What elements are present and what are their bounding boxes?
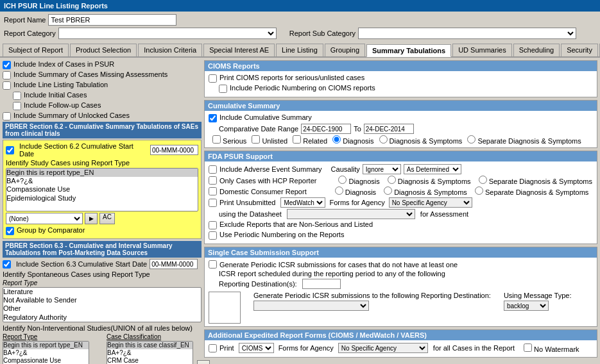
comparative-date-label: Comparative Date Range (219, 125, 298, 133)
tab-scheduling[interactable]: Scheduling (513, 44, 560, 56)
include-periodic-cioms-checkbox[interactable] (219, 85, 227, 93)
from-date-input[interactable] (301, 124, 351, 134)
diag-symp-radio-cumul: Diagnosis & Symptoms (379, 135, 463, 145)
tab-product[interactable]: Product Selection (70, 44, 137, 56)
additional-header: Additional Expedited Report Forms (CIOMS… (205, 330, 597, 340)
domestic-checkbox[interactable] (209, 187, 217, 195)
include-cumul-label: Include Cumulative Summary (219, 113, 312, 121)
print-unsubmitted-checkbox[interactable] (209, 199, 217, 207)
tab-summary[interactable]: Summary Tabulations (366, 44, 451, 57)
include-line-checkbox[interactable] (3, 81, 11, 90)
generate-following-row: Generate Periodic ICSR submissions to th… (209, 292, 593, 324)
diag-radio-hcp: Diagnosis (338, 176, 379, 185)
generate-icsr-checkbox[interactable] (209, 260, 217, 269)
section63-date-input[interactable] (150, 259, 198, 269)
section62-checkbox[interactable] (6, 146, 14, 154)
report-type-small-label: Report Type (3, 279, 201, 286)
tab-security[interactable]: Security (561, 44, 598, 56)
related-checkbox[interactable] (293, 135, 301, 144)
include-cumul-checkbox[interactable] (209, 114, 217, 122)
cumul-header: Cumulative Summary (205, 101, 597, 111)
tab-ud[interactable]: UD Summaries (452, 44, 512, 56)
report-category-select[interactable] (58, 28, 277, 39)
single-case-section: Single Case Submission Support Generate … (204, 247, 597, 327)
include-initial-label: Include Initial Cases (24, 91, 87, 99)
reporting-dest-input[interactable] (302, 279, 341, 289)
generate-icsr-row: Generate Periodic ICSR submissions for c… (209, 260, 593, 269)
include-summary-label: Include Summary of Cases Missing Assessm… (13, 70, 167, 78)
causality-label: Causality (331, 165, 360, 173)
causality-select[interactable]: Ignore (363, 164, 401, 174)
no-watermark-checkbox[interactable] (524, 343, 532, 352)
msg-type-select[interactable]: backlog (504, 301, 549, 311)
sepdiag-radio-dom: Separate Diagnosis & Symptoms (475, 186, 588, 196)
list-action-btn1[interactable]: ▶ (85, 213, 98, 224)
sepdiag-radio-hcp: Separate Diagnosis & Symptoms (479, 176, 592, 185)
using-datasheet-label: using the Datasheet (219, 210, 282, 218)
include-index-checkbox[interactable] (3, 61, 11, 69)
medwatch-select[interactable]: MedWatch (280, 197, 325, 208)
related-label: Related (293, 135, 327, 145)
include-unlocked-checkbox[interactable] (3, 112, 11, 120)
group-comparator-item: Group by Comparator (6, 226, 198, 235)
unlisted-checkbox[interactable] (252, 135, 260, 144)
tab-grouping[interactable]: Grouping (325, 44, 365, 56)
section63-label: Include Section 6.3 Cumulative Start Dat… (16, 260, 147, 268)
following-dest-select[interactable] (253, 301, 369, 311)
dest-list-box[interactable] (209, 292, 241, 324)
tab-subject[interactable]: Subject of Report (3, 44, 69, 56)
include-followup-checkbox[interactable] (13, 102, 21, 110)
to-date-input[interactable] (364, 124, 414, 134)
identify-spontaneous-label: Identify Spontaneous Cases using Report … (3, 270, 201, 278)
hcp-row: Only Cases with HCP Reporter Diagnosis D… (209, 176, 593, 185)
unlisted-label: Unlisted (252, 135, 287, 145)
serious-checkbox[interactable] (212, 135, 221, 144)
use-periodic-checkbox[interactable] (209, 231, 217, 240)
spontaneous-list[interactable]: Literature Not Available to Sender Other… (3, 287, 201, 322)
ae-summary-row: Include Adverse Event Summary Causality … (209, 164, 593, 174)
report-type-sub-list[interactable]: Begin this is report type_EN BA+?¿& Comp… (3, 341, 89, 364)
datasheet-select[interactable] (287, 209, 415, 219)
include-periodic-cioms-label: Include Periodic Numbering on CIOMS repo… (230, 84, 375, 92)
generate-following-label: Generate Periodic ICSR submissions to th… (253, 292, 491, 299)
report-name-label: Report Name (4, 16, 46, 24)
report-name-input[interactable] (48, 14, 176, 26)
include-summary-checkbox[interactable] (3, 71, 11, 79)
exclude-reports-label: Exclude Reports that are Non-Serious and… (219, 220, 373, 228)
print-unsubmitted-row: Print Unsubmitted MedWatch Forms for Age… (209, 197, 593, 208)
cioms-print-select[interactable]: CIOMS (239, 343, 274, 353)
section62-item: Include Section 6.2 Cumulative Start Dat… (6, 142, 198, 158)
tab-line[interactable]: Line Listing (276, 44, 323, 56)
ae-summary-label: Include Adverse Event Summary (219, 165, 322, 173)
as-determined-select[interactable]: As Determined (404, 164, 461, 174)
section63-item: Include Section 6.3 Cumulative Start Dat… (3, 259, 201, 269)
group-comparator-checkbox[interactable] (6, 227, 14, 235)
diagsymp-radio-hcp: Diagnosis & Symptoms (388, 176, 471, 185)
sep-diag-radio-cumul: Separate Diagnosis & Symptoms (467, 135, 581, 145)
print-cioms-checkbox[interactable] (209, 74, 217, 83)
additional-print-checkbox[interactable] (209, 344, 217, 352)
identify-non-interventional-label: Identify Non-Interventional Studies(UNIO… (3, 324, 201, 332)
hcp-checkbox[interactable] (209, 176, 217, 185)
agency-select2[interactable]: No Specific Agency (338, 343, 428, 353)
include-initial-checkbox[interactable] (13, 92, 21, 100)
report-sub-category-select[interactable] (358, 28, 576, 39)
include-summary-item: Include Summary of Cases Missing Assessm… (3, 70, 201, 79)
no-watermark-item: No Watermark (524, 343, 579, 353)
section62-date-input[interactable] (150, 145, 198, 155)
include-unlocked-item: Include Summary of Unlocked Cases (3, 112, 201, 120)
case-class-sub-list[interactable]: Begin this is case classif_EN BA+?¿& CRM… (107, 341, 193, 364)
serious-row: Serious Unlisted Related Diagnosis Diagn… (212, 135, 593, 145)
case-class-col-label: Case Classification (107, 333, 193, 340)
section63-checkbox[interactable] (3, 260, 11, 269)
exclude-reports-checkbox[interactable] (209, 221, 217, 229)
report-type-list[interactable]: Begin this is report type_EN BA+?¿& Comp… (6, 168, 198, 211)
ac-btn[interactable]: AC (99, 213, 115, 224)
diagnosis-radio-cumul: Diagnosis (332, 135, 373, 145)
none-dropdown[interactable]: (None) (6, 213, 83, 224)
tab-inclusion[interactable]: Inclusion Criteria (138, 44, 202, 56)
agency-select1[interactable]: No Specific Agency (389, 197, 472, 208)
include-cumul-item: Include Cumulative Summary (209, 113, 593, 122)
ae-summary-checkbox[interactable] (209, 165, 217, 174)
tab-special[interactable]: Special Interest AE (203, 44, 275, 56)
